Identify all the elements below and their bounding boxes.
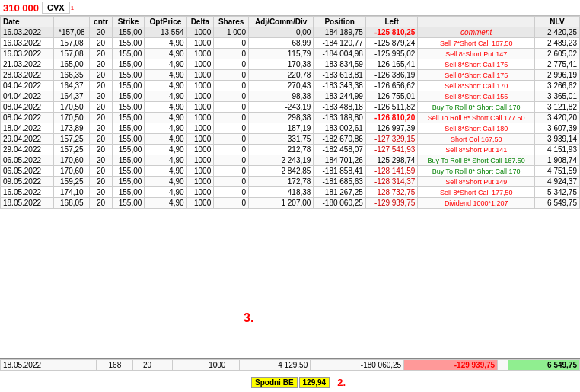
cell-cntr: 20 bbox=[90, 187, 112, 198]
cell-left: -127 329,15 bbox=[365, 134, 417, 145]
cell-position: -181 685,63 bbox=[314, 177, 365, 187]
cell-price: 170,50 bbox=[54, 113, 90, 123]
cell-shares: 0 bbox=[214, 166, 249, 177]
cell-delta: 1000 bbox=[186, 113, 214, 123]
cell-comment: Sell 8*Short Put 141 bbox=[418, 145, 535, 155]
cell-position: -183 488,18 bbox=[314, 102, 365, 113]
cell-price: 157,25 bbox=[54, 134, 90, 145]
col-position: Position bbox=[314, 17, 365, 27]
cell-adj: -243,19 bbox=[248, 102, 313, 113]
cell-price: 170,60 bbox=[54, 166, 90, 177]
cell-nlv: 2 489,23 bbox=[534, 38, 579, 49]
column-headers: Date cntr Strike OptPrice Delta Shares A… bbox=[1, 17, 580, 27]
cell-delta: 1000 bbox=[186, 177, 214, 187]
cell-adj: 115,79 bbox=[248, 49, 313, 59]
cell-delta: 1000 bbox=[186, 198, 214, 209]
account-value: 310 000 bbox=[3, 2, 39, 14]
sum-position: -180 060,25 bbox=[311, 360, 404, 371]
cell-shares: 0 bbox=[214, 113, 249, 123]
cell-optprice: 4,90 bbox=[145, 177, 186, 187]
cell-nlv: 4 151,93 bbox=[534, 145, 579, 155]
cell-comment: Sell 8*Short Call 175 bbox=[418, 59, 535, 70]
cell-price: 170,50 bbox=[54, 102, 90, 113]
cell-position: -182 670,86 bbox=[314, 134, 365, 145]
cell-nlv: 2 775,41 bbox=[534, 59, 579, 70]
cell-nlv: 5 342,75 bbox=[534, 187, 579, 198]
cell-shares: 0 bbox=[214, 187, 249, 198]
cell-price: 157,08 bbox=[54, 38, 90, 49]
cell-optprice: 4,90 bbox=[145, 134, 186, 145]
cell-price: 157,08 bbox=[54, 49, 90, 59]
cell-comment: Buy To Roll 8* Short Call 170 bbox=[418, 166, 535, 177]
cell-strike: 155,00 bbox=[112, 187, 145, 198]
cell-left: -125 298,74 bbox=[365, 155, 417, 166]
col-cntr: cntr bbox=[90, 17, 112, 27]
cell-optprice: 4,90 bbox=[145, 198, 186, 209]
cell-delta: 1000 bbox=[186, 81, 214, 91]
cell-cntr: 20 bbox=[90, 91, 112, 102]
cell-nlv: 3 420,20 bbox=[534, 113, 579, 123]
cell-date: 16.03.2022 bbox=[1, 49, 54, 59]
cell-price: 157,25 bbox=[54, 145, 90, 155]
cell-adj: 220,78 bbox=[248, 70, 313, 81]
cell-nlv: 3 121,82 bbox=[534, 102, 579, 113]
cell-strike: 155,00 bbox=[112, 123, 145, 134]
number2-label: 2. bbox=[337, 377, 346, 388]
sum-optprice bbox=[172, 360, 183, 371]
cell-nlv: 6 549,75 bbox=[534, 198, 579, 209]
cell-optprice: 4,90 bbox=[145, 81, 186, 91]
cell-position: -181 267,25 bbox=[314, 187, 365, 198]
cell-delta: 1000 bbox=[186, 59, 214, 70]
cell-adj: -2 243,19 bbox=[248, 155, 313, 166]
cell-strike: 155,00 bbox=[112, 81, 145, 91]
cell-adj: 68,99 bbox=[248, 38, 313, 49]
cell-position: -183 002,61 bbox=[314, 123, 365, 134]
main-table: Date cntr Strike OptPrice Delta Shares A… bbox=[0, 16, 580, 209]
cell-adj: 2 842,85 bbox=[248, 166, 313, 177]
cell-delta: 1000 bbox=[186, 134, 214, 145]
cell-nlv: 2 605,02 bbox=[534, 49, 579, 59]
cell-nlv: 2 996,19 bbox=[534, 70, 579, 81]
number3-label: 3. bbox=[244, 311, 253, 325]
cell-left: -125 879,24 bbox=[365, 38, 417, 49]
cell-adj: 0,00 bbox=[248, 27, 313, 38]
sum-cntr: 20 bbox=[133, 360, 161, 371]
cell-left: -128 732,75 bbox=[365, 187, 417, 198]
cell-cntr: 20 bbox=[90, 59, 112, 70]
cell-shares: 0 bbox=[214, 49, 249, 59]
col-date: Date bbox=[1, 17, 54, 27]
cell-price: 164,37 bbox=[54, 91, 90, 102]
cell-strike: 155,00 bbox=[112, 27, 145, 38]
table-row: 08.04.2022 170,50 20 155,00 4,90 1000 0 … bbox=[1, 113, 580, 123]
cell-comment: Sell 8*Short Call 155 bbox=[418, 91, 535, 102]
table-row: 04.04.2022 164,37 20 155,00 4,90 1000 0 … bbox=[1, 91, 580, 102]
cell-cntr: 20 bbox=[90, 102, 112, 113]
cell-cntr: 20 bbox=[90, 49, 112, 59]
cell-cntr: 20 bbox=[90, 70, 112, 81]
table-row: 04.04.2022 164,37 20 155,00 4,90 1000 0 … bbox=[1, 81, 580, 91]
cell-date: 08.04.2022 bbox=[1, 113, 54, 123]
table-row: 08.04.2022 170,50 20 155,00 4,90 1000 0 … bbox=[1, 102, 580, 113]
cell-strike: 155,00 bbox=[112, 59, 145, 70]
cell-nlv: 3 939,14 bbox=[534, 134, 579, 145]
col-optprice: OptPrice bbox=[145, 17, 186, 27]
sum-nlv: 6 549,75 bbox=[508, 360, 580, 371]
cell-comment: Sell 8*Short Call 177,50 bbox=[418, 187, 535, 198]
cell-comment: Sell 7*Short Call 167,50 bbox=[418, 38, 535, 49]
cell-nlv: 4 924,37 bbox=[534, 177, 579, 187]
cell-delta: 1000 bbox=[186, 27, 214, 38]
cell-optprice: 4,90 bbox=[145, 38, 186, 49]
cell-strike: 155,00 bbox=[112, 91, 145, 102]
cell-price: 165,00 bbox=[54, 59, 90, 70]
cell-nlv: 2 420,25 bbox=[534, 27, 579, 38]
cell-position: -183 834,59 bbox=[314, 59, 365, 70]
cell-cntr: 20 bbox=[90, 38, 112, 49]
cell-shares: 0 bbox=[214, 123, 249, 134]
cell-date: 08.04.2022 bbox=[1, 102, 54, 113]
cell-nlv: 3 266,62 bbox=[534, 81, 579, 91]
col-comment bbox=[418, 17, 535, 27]
cell-strike: 155,00 bbox=[112, 166, 145, 177]
cell-delta: 1000 bbox=[186, 166, 214, 177]
cell-comment: Sell 8*Short Call 175 bbox=[418, 70, 535, 81]
sum-price: 168 bbox=[97, 360, 133, 371]
